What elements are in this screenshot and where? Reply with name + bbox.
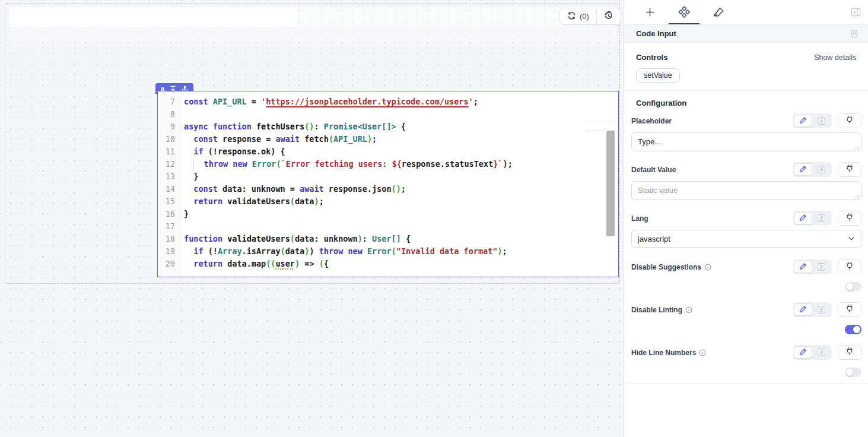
fx-icon: ƒ xyxy=(818,349,825,356)
toggle-knob xyxy=(846,369,853,376)
pencil-icon xyxy=(799,164,807,175)
plug-icon xyxy=(845,304,854,315)
section-divider xyxy=(624,90,868,91)
plug-icon xyxy=(845,213,854,224)
show-details-link[interactable]: Show details xyxy=(814,53,856,62)
toggle-knob xyxy=(853,326,860,333)
code-line[interactable]: 18function validateUsers(data: unknown):… xyxy=(158,233,618,245)
code-line[interactable]: 15 return validateUsers(data); xyxy=(158,195,618,208)
code-line[interactable]: 13 } xyxy=(158,170,618,183)
app-window: (0) a xyxy=(0,0,868,437)
disable-suggestions-toggle[interactable] xyxy=(845,282,861,292)
field-label: Hide Line Numbers xyxy=(631,349,706,357)
code-text: const data: unknown = await response.jso… xyxy=(180,183,406,195)
default-value-textarea[interactable] xyxy=(631,181,861,200)
code-line[interactable]: 6 xyxy=(158,91,618,96)
fx-button[interactable]: ƒ xyxy=(812,115,831,127)
field-row-disable-linting: Disable Lintingƒ xyxy=(631,302,861,317)
code-line[interactable]: 12 throw new Error(`Error fetching users… xyxy=(158,158,618,170)
tab-component-properties[interactable] xyxy=(667,0,701,24)
code-text: return validateUsers(data); xyxy=(180,195,324,208)
chevron-down-icon xyxy=(848,235,855,242)
tab-add-component[interactable] xyxy=(632,0,667,24)
collapse-panel-icon[interactable] xyxy=(851,7,861,17)
fx-button[interactable]: ƒ xyxy=(812,163,831,176)
code-text: } xyxy=(180,170,198,183)
history-button[interactable] xyxy=(597,8,621,24)
fx-icon: ƒ xyxy=(818,166,825,173)
component-header: Code Input xyxy=(624,24,868,43)
code-text: if (!Array.isArray(data)) throw new Erro… xyxy=(180,245,507,258)
code-text: return data.map((user) => ({ xyxy=(180,258,329,270)
placeholder-textarea[interactable] xyxy=(631,132,861,151)
disable-linting-toggle[interactable] xyxy=(845,325,861,334)
field-row-lang: Langƒjavascript xyxy=(631,211,861,248)
code-text: const response = await fetch(API_URL); xyxy=(180,133,377,145)
field-mode-buttons: ƒ xyxy=(793,113,861,128)
bottom-divider xyxy=(624,384,868,384)
line-number: 15 xyxy=(158,195,180,208)
selected-value: javascript xyxy=(638,235,670,243)
code-text xyxy=(180,91,184,96)
static-edit-button[interactable] xyxy=(794,212,812,224)
fx-button[interactable]: ƒ xyxy=(812,346,831,359)
code-line[interactable]: 11 if (!response.ok) { xyxy=(158,145,618,158)
field-row-placeholder: Placeholderƒ xyxy=(631,113,861,151)
static-edit-button[interactable] xyxy=(794,261,812,273)
code-line[interactable]: 10 const response = await fetch(API_URL)… xyxy=(158,133,618,145)
line-number: 16 xyxy=(158,208,180,220)
code-line[interactable]: 20 return data.map((user) => ({ xyxy=(158,258,618,270)
field-label: Default Value xyxy=(631,166,676,174)
code-text xyxy=(180,108,184,121)
plug-icon xyxy=(845,261,854,273)
docs-icon[interactable] xyxy=(850,29,859,38)
refresh-button[interactable]: (0) xyxy=(560,8,596,24)
inspector-tabs xyxy=(624,0,868,24)
static-edit-button[interactable] xyxy=(794,163,812,176)
line-number: 12 xyxy=(158,158,180,170)
code-lines: 67const API_URL = 'https://jsonplacehold… xyxy=(158,91,618,270)
code-line[interactable]: 16} xyxy=(158,208,618,220)
code-line[interactable]: 7const API_URL = 'https://jsonplaceholde… xyxy=(158,96,618,108)
control-chip-setvalue[interactable]: setValue xyxy=(636,68,680,83)
bind-plug-button[interactable] xyxy=(838,211,861,226)
fx-button[interactable]: ƒ xyxy=(812,212,831,224)
code-line[interactable]: 17 xyxy=(158,220,618,233)
lang-select[interactable]: javascript xyxy=(631,230,861,248)
bind-plug-button[interactable] xyxy=(838,113,861,128)
fx-button[interactable]: ƒ xyxy=(812,303,831,316)
field-row-disable-suggestions: Disable Suggestionsƒ xyxy=(631,259,861,274)
field-label: Disable Linting xyxy=(631,306,692,314)
controls-heading: Controls xyxy=(636,53,667,62)
code-line[interactable]: 19 if (!Array.isArray(data)) throw new E… xyxy=(158,245,618,258)
static-edit-button[interactable] xyxy=(794,115,812,127)
refresh-count: (0) xyxy=(580,12,589,21)
bind-plug-button[interactable] xyxy=(838,345,861,360)
bind-plug-button[interactable] xyxy=(838,162,861,177)
hide-line-numbers-toggle[interactable] xyxy=(845,368,861,377)
fx-button[interactable]: ƒ xyxy=(812,261,831,273)
code-editor[interactable]: 67const API_URL = 'https://jsonplacehold… xyxy=(157,91,619,277)
editor-scrollbar[interactable] xyxy=(606,131,615,236)
code-text: const API_URL = 'https://jsonplaceholder… xyxy=(180,96,478,108)
fx-icon: ƒ xyxy=(818,306,825,314)
editor-scroll-top xyxy=(587,122,615,131)
bind-plug-button[interactable] xyxy=(838,259,861,274)
editor-viewport[interactable]: 67const API_URL = 'https://jsonplacehold… xyxy=(158,91,618,277)
pencil-icon xyxy=(799,213,807,224)
tab-styles[interactable] xyxy=(701,0,736,24)
canvas[interactable]: (0) a xyxy=(0,0,624,437)
canvas-row-shade-2 xyxy=(9,27,616,46)
line-number: 20 xyxy=(158,258,180,270)
line-number: 7 xyxy=(158,96,180,108)
bind-plug-button[interactable] xyxy=(838,302,861,317)
line-number: 8 xyxy=(158,108,180,121)
code-line[interactable]: 9async function fetchUsers(): Promise<Us… xyxy=(158,121,618,133)
plug-icon xyxy=(845,347,854,358)
code-line[interactable]: 14 const data: unknown = await response.… xyxy=(158,183,618,195)
line-number: 11 xyxy=(158,145,180,158)
code-line[interactable]: 8 xyxy=(158,108,618,121)
static-edit-button[interactable] xyxy=(794,303,812,316)
toggle-knob xyxy=(846,283,853,290)
static-edit-button[interactable] xyxy=(794,346,812,359)
